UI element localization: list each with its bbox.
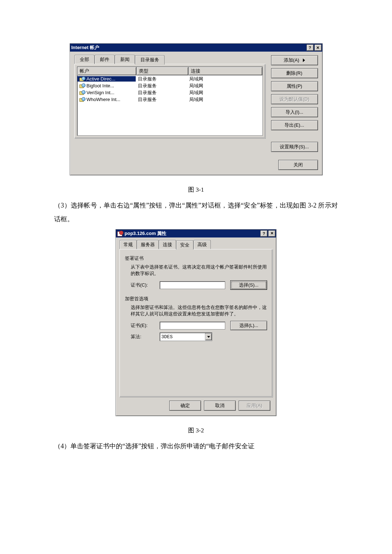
tab-connection[interactable]: 连接 xyxy=(159,240,176,249)
tab-general[interactable]: 常规 xyxy=(119,240,137,249)
table-row[interactable]: Active Direc... 目录服务 局域网 xyxy=(77,75,262,82)
account-type: 目录服务 xyxy=(136,83,187,89)
dialog-titlebar: pop3.126.com 属性 ? ✕ xyxy=(116,230,276,237)
encryption-pref-desc: 选择加密证书和算法。这些信息将包含在您数字签名的邮件中，这样其它人就可以用这些设… xyxy=(131,304,268,317)
tab-all[interactable]: 全部 xyxy=(74,55,95,64)
account-type: 目录服务 xyxy=(136,90,187,96)
account-conn: 局域网 xyxy=(187,90,262,96)
algorithm-value: 3DES xyxy=(161,334,173,340)
figure-caption-1: 图 3-1 xyxy=(54,186,338,194)
export-button[interactable]: 导出(E)... xyxy=(271,120,318,130)
tab-security[interactable]: 安全 xyxy=(176,240,193,250)
signing-cert-title: 签署证书 xyxy=(125,255,268,262)
encryption-cert-label: 证书(E): xyxy=(131,322,160,329)
add-button-label: 添加(A) xyxy=(284,57,299,64)
close-icon[interactable]: ✕ xyxy=(268,230,275,237)
apply-button: 应用(A) xyxy=(239,401,270,411)
algorithm-dropdown[interactable]: 3DES xyxy=(160,332,212,341)
directory-service-icon xyxy=(79,77,85,82)
algorithm-label: 算法: xyxy=(131,333,160,340)
signing-cert-label: 证书(C): xyxy=(131,282,160,288)
account-name: WhoWhere Int... xyxy=(87,97,121,102)
account-conn: 局域网 xyxy=(187,83,262,89)
help-icon[interactable]: ? xyxy=(260,230,267,237)
encryption-pref-title: 加密首选项 xyxy=(125,296,268,302)
chevron-right-icon xyxy=(303,58,305,62)
tab-directory-service[interactable]: 目录服务 xyxy=(135,55,165,65)
close-button[interactable]: 关闭 xyxy=(278,160,318,170)
account-conn: 局域网 xyxy=(187,76,262,82)
table-row[interactable]: VeriSign Int... 目录服务 局域网 xyxy=(77,89,262,96)
properties-button[interactable]: 属性(P) xyxy=(271,81,318,91)
tab-advanced[interactable]: 高级 xyxy=(193,240,211,249)
dialog-title: pop3.126.com 属性 xyxy=(125,230,166,237)
add-button[interactable]: 添加(A) xyxy=(271,55,318,65)
paragraph-step-4: （4）单击签署证书中的“选择”按钮，弹出你所申请的“电子邮件安全证 xyxy=(54,440,338,453)
ok-button[interactable]: 确定 xyxy=(169,401,201,411)
account-name: Bigfoot Inte... xyxy=(87,83,114,88)
account-type: 目录服务 xyxy=(136,76,187,82)
signing-select-button[interactable]: 选择(S)... xyxy=(230,280,267,290)
tab-server[interactable]: 服务器 xyxy=(137,240,159,249)
accounts-list[interactable]: 帐户 类型 连接 Active Direc... 目录服务 局域网 Bigfoo… xyxy=(77,66,263,136)
account-name: VeriSign Int... xyxy=(87,90,114,95)
signing-cert-desc: 从下表中选择签名证书。这将决定在用这个帐户签署邮件时所使用的数字标识。 xyxy=(131,264,268,277)
account-name: Active Direc... xyxy=(87,76,116,82)
help-icon[interactable]: ? xyxy=(306,44,314,51)
figure-caption-2: 图 3-2 xyxy=(54,426,338,435)
dialog-titlebar: Internet 帐户 ? ✕ xyxy=(70,44,322,52)
properties-icon xyxy=(117,231,123,236)
table-row[interactable]: Bigfoot Inte... 目录服务 局域网 xyxy=(77,82,262,89)
remove-button[interactable]: 删除(R) xyxy=(271,68,318,78)
chevron-down-icon[interactable] xyxy=(205,333,212,340)
directory-service-icon xyxy=(79,83,85,88)
set-order-button[interactable]: 设置顺序(S)... xyxy=(271,142,318,152)
dialog-title: Internet 帐户 xyxy=(71,44,99,51)
set-default-button: 设为默认值(D) xyxy=(271,94,318,104)
pop3-properties-dialog: pop3.126.com 属性 ? ✕ 常规 服务器 连接 安全 高级 签署证书… xyxy=(116,229,276,416)
directory-service-icon xyxy=(79,97,85,102)
paragraph-step-3: （3）选择帐号，单击右边“属性”按钮，弹出“属性”对话框，选择“安全”标签，出现… xyxy=(54,199,338,226)
col-header-account[interactable]: 帐户 xyxy=(77,67,136,75)
tab-news[interactable]: 新闻 xyxy=(115,55,135,64)
table-row[interactable]: WhoWhere Int... 目录服务 局域网 xyxy=(77,96,262,103)
account-conn: 局域网 xyxy=(187,96,262,103)
cancel-button[interactable]: 取消 xyxy=(204,401,236,411)
directory-service-icon xyxy=(79,90,85,95)
tab-mail[interactable]: 邮件 xyxy=(95,55,115,64)
col-header-type[interactable]: 类型 xyxy=(136,67,188,75)
col-header-connection[interactable]: 连接 xyxy=(188,67,262,75)
internet-accounts-dialog: Internet 帐户 ? ✕ 全部 邮件 新闻 目录服务 xyxy=(70,43,323,175)
tab-row: 全部 邮件 新闻 目录服务 xyxy=(74,55,265,64)
import-button[interactable]: 导入(I)... xyxy=(271,107,318,117)
close-icon[interactable]: ✕ xyxy=(314,44,322,51)
signing-cert-field[interactable] xyxy=(160,281,225,289)
account-type: 目录服务 xyxy=(136,96,187,103)
tab-row: 常规 服务器 连接 安全 高级 xyxy=(119,240,273,249)
encryption-select-button[interactable]: 选择(L)... xyxy=(230,321,267,330)
encryption-cert-field[interactable] xyxy=(160,322,225,330)
